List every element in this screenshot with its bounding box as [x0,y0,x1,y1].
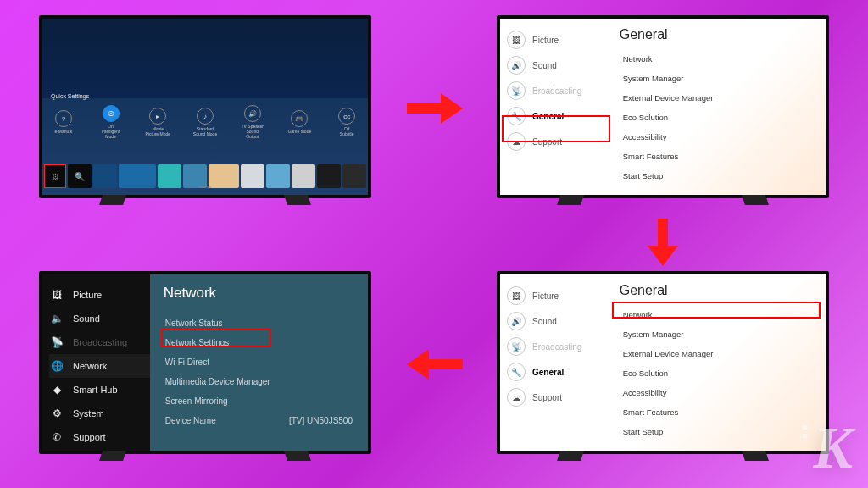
sidebar-item-smarthub[interactable]: ◆Smart Hub [49,378,150,402]
support-icon: ☁ [507,388,526,407]
tv1-screen: Quick Settings ?e-Manual ⦿OnIntelligent … [42,19,368,195]
sound-icon: 🔊 [507,56,526,75]
panel-heading: General [620,27,814,42]
picture-icon: 🖼 [507,286,526,305]
settings-sidebar: 🖼Picture 🔊Sound 📡Broadcasting 🔧General ☁… [500,19,608,195]
wrench-icon: 🔧 [507,363,526,381]
qs-item[interactable]: 🎮Game Mode [287,110,313,134]
menu-item[interactable]: Wi-Fi Direct [164,352,354,372]
menu-item[interactable]: Multimedia Device Manager [164,372,354,391]
network-panel: 🖼Picture 🔈Sound 📡Broadcasting 🌐Network ◆… [42,274,368,451]
tv-step3: 🖼Picture 🔊Sound 📡Broadcasting 🔧General ☁… [497,271,829,454]
app-row: ⚙Settings 🔍 [42,163,368,190]
menu-item[interactable]: System Manager [620,69,814,88]
sidebar-item-picture[interactable]: 🖼Picture [507,283,608,308]
qs-item[interactable]: ?e-Manual [51,110,76,134]
hub-icon: ◆ [49,384,64,396]
qs-item[interactable]: ⦿OnIntelligent Mode [98,105,124,139]
quick-settings-label: Quick Settings [51,93,89,99]
menu-item[interactable]: Smart Features [620,147,814,166]
menu-item[interactable]: Device Name[TV] UN50JS500 [164,411,354,430]
settings-tile[interactable]: ⚙Settings [44,164,66,188]
arrow-down-icon [644,217,682,268]
menu-item[interactable]: Eco Solution [620,363,814,383]
qs-item[interactable]: ccOffSubtitle [334,108,359,136]
sidebar-item-system[interactable]: ⚙System [49,402,150,425]
settings-main: General Network System Manager External … [608,19,826,195]
sidebar-item-broadcasting[interactable]: 📡Broadcasting [49,330,150,354]
menu-item[interactable]: External Device Manager [620,344,814,363]
menu-item-network[interactable]: Network [620,49,814,69]
menu-item[interactable]: Smart Features [620,402,814,422]
tv-step2: 🖼Picture 🔊Sound 📡Broadcasting 🔧General ☁… [497,15,829,198]
picture-icon: 🖼 [49,289,64,301]
menu-item[interactable]: System Manager [620,324,814,344]
menu-item[interactable]: External Device Manager [620,88,814,108]
sidebar-item-broadcasting[interactable]: 📡Broadcasting [507,334,608,359]
globe-icon: 🌐 [49,360,64,372]
gear-icon: ⚙ [49,408,64,419]
highlight-general [502,115,610,142]
watermark-logo: K [813,419,853,478]
sidebar-item-support[interactable]: ✆Support [49,425,150,449]
panel-heading: Network [164,285,354,302]
broadcast-icon: 📡 [507,81,526,100]
sidebar-item-picture[interactable]: 🖼Picture [49,283,150,307]
tv-step1: Quick Settings ?e-Manual ⦿OnIntelligent … [39,15,371,198]
picture-icon: 🖼 [507,30,526,49]
broadcast-icon: 📡 [507,337,526,356]
menu-item[interactable]: Accessibility [620,383,814,402]
sidebar-item-network[interactable]: 🌐Network [49,354,150,378]
sidebar-item-picture[interactable]: 🖼Picture [507,27,608,53]
panel-heading: General [620,283,814,298]
qs-item[interactable]: ♪StandardSound Mode [192,108,218,136]
sound-icon: 🔈 [49,313,64,324]
support-icon: ✆ [49,431,64,443]
sidebar-item-sound[interactable]: 🔊Sound [507,53,608,78]
sound-icon: 🔊 [507,312,526,330]
network-sidebar: 🖼Picture 🔈Sound 📡Broadcasting 🌐Network ◆… [42,274,150,451]
highlight-network [612,302,821,319]
sidebar-item-sound[interactable]: 🔊Sound [507,308,608,334]
menu-item[interactable]: Eco Solution [620,108,814,127]
menu-item[interactable]: Start Setup [620,166,814,186]
settings-sidebar: 🖼Picture 🔊Sound 📡Broadcasting 🔧General ☁… [500,274,608,451]
tv-step4: 🖼Picture 🔈Sound 📡Broadcasting 🌐Network ◆… [39,271,371,454]
broadcast-icon: 📡 [49,336,64,348]
arrow-right-icon [405,90,465,127]
menu-item[interactable]: Start Setup [620,422,814,441]
highlight-network-settings [161,329,271,347]
settings-panel: 🖼Picture 🔊Sound 📡Broadcasting 🔧General ☁… [500,19,826,195]
qs-item[interactable]: 🔊TV SpeakerSound Output [240,105,265,139]
menu-item[interactable]: Accessibility [620,127,814,147]
sidebar-item-sound[interactable]: 🔈Sound [49,307,150,330]
quick-settings-row: ?e-Manual ⦿OnIntelligent Mode ▸MoviePict… [42,103,368,141]
network-main: Network Network Status Network Settings … [150,274,368,451]
arrow-left-icon [405,346,465,383]
sidebar-item-broadcasting[interactable]: 📡Broadcasting [507,78,608,103]
qs-item[interactable]: ▸MoviePicture Mode [145,108,170,136]
sidebar-item-general[interactable]: 🔧General [507,359,608,385]
menu-item[interactable]: Screen Mirroring [164,391,354,411]
sidebar-item-support[interactable]: ☁Support [507,385,608,410]
